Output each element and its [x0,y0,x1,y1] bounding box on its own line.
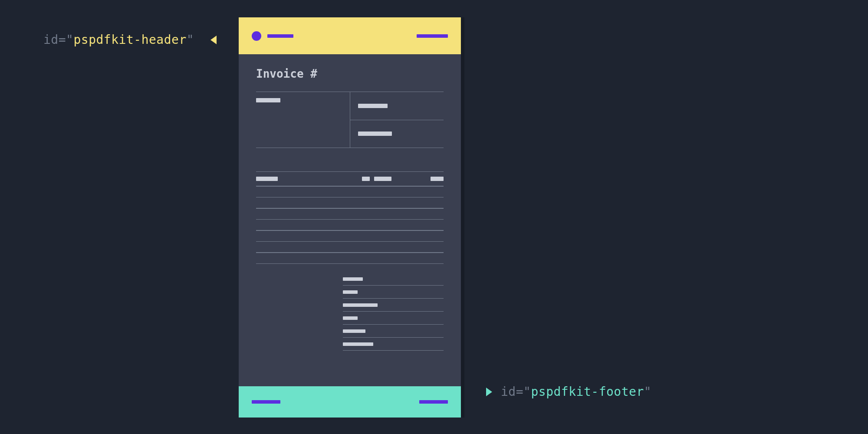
row-divider [256,230,444,231]
row-divider [256,219,444,220]
row-divider [256,186,444,187]
invoice-document: Invoice # [239,17,464,418]
footer-placeholder-bar [419,400,448,404]
summary-row [343,273,444,286]
row-divider [256,263,444,264]
text-placeholder [431,177,444,181]
table-rows [256,186,444,264]
arrow-left-icon [210,36,217,44]
text-placeholder [358,104,388,108]
meta-left-cell [256,92,350,148]
row-divider [256,241,444,242]
invoice-title: Invoice # [256,67,444,80]
summary-row [343,312,444,325]
summary-row [343,338,444,351]
totals-summary [343,273,444,351]
arrow-right-icon [486,388,492,396]
text-placeholder [362,177,370,181]
equals-sign: = [516,385,523,399]
document-header-region [239,17,461,54]
footer-placeholder-bar [252,400,280,404]
attr-value-footer: pspdfkit-footer [531,385,644,399]
row-divider [256,197,444,198]
meta-right-column [350,92,444,148]
attr-key: id [43,33,59,47]
logo-dot-icon [252,31,261,41]
text-placeholder [343,290,358,294]
summary-row [343,325,444,338]
text-placeholder [256,177,278,181]
summary-row [343,299,444,312]
text-placeholder [343,316,358,320]
quote-open: " [66,33,73,47]
document-body: Invoice # [239,54,461,386]
text-placeholder [343,342,373,346]
quote-close: " [187,33,194,47]
header-placeholder-bar [267,34,293,38]
footer-id-annotation: id="pspdfkit-footer" [486,385,651,399]
header-logo-group [252,31,293,41]
quote-close: " [644,385,651,399]
line-items-table [256,171,444,351]
attr-key: id [501,385,516,399]
text-placeholder [343,303,378,307]
attr-value-header: pspdfkit-header [73,33,186,47]
row-divider [256,208,444,209]
equals-sign: = [59,33,66,47]
text-placeholder [343,277,363,281]
header-id-annotation: id="pspdfkit-header" [43,33,217,47]
summary-row [343,286,444,299]
table-header-row [256,172,444,186]
text-placeholder [343,329,365,333]
row-divider [256,252,444,253]
text-placeholder [256,98,280,102]
text-placeholder [374,177,391,181]
text-placeholder [358,132,392,136]
document-footer-region [239,386,461,418]
header-placeholder-bar [417,34,448,38]
quote-open: " [523,385,531,399]
meta-cell [350,92,444,120]
meta-cell [350,120,444,148]
invoice-meta-block [256,92,444,148]
